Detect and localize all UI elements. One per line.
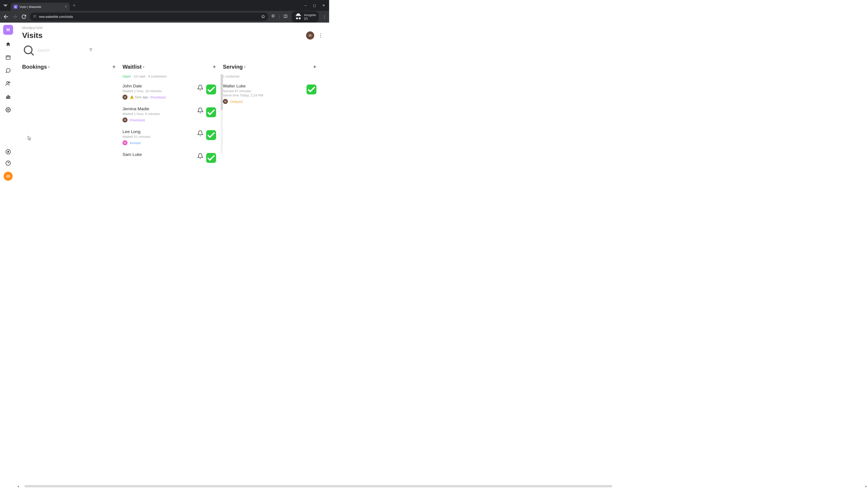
browser-tab-strip: w Visits | Waitwhile × + ─ ▢ ✕	[0, 0, 329, 11]
separator	[279, 14, 279, 19]
incognito-badge[interactable]: Incognito (2)	[291, 11, 319, 22]
search-box[interactable]	[22, 44, 86, 57]
wait-time: Waited 51 minutes	[123, 135, 194, 138]
wait-time: Waited 1 hour, 8 minutes	[123, 112, 194, 116]
serve-timestamp: Serve time Today, 2:24 PM	[223, 93, 303, 97]
tab-search-dropdown[interactable]	[0, 0, 11, 11]
chevron-right-icon: ›	[143, 64, 144, 69]
add-serving-button[interactable]: +	[313, 63, 316, 70]
forward-button[interactable]	[12, 13, 18, 20]
status-tag: Delayed	[230, 100, 243, 103]
svg-rect-9	[8, 95, 8, 98]
filter-icon[interactable]	[89, 48, 93, 53]
address-bar[interactable]: new.waitwhile.com/visits	[30, 13, 268, 21]
page-title: Visits	[22, 31, 42, 40]
status-tag: Prioritized	[130, 118, 145, 122]
serving-card[interactable]: Walter Luke Served 47 minutes · Serve ti…	[223, 81, 316, 108]
chat-icon[interactable]	[5, 68, 11, 73]
site-settings-icon[interactable]	[33, 15, 37, 19]
waitlist-card[interactable]: John Dale Waited 1 hour, 16 minutes M⚠️ …	[123, 81, 216, 104]
more-menu-icon[interactable]: ⋮	[318, 33, 323, 38]
add-booking-button[interactable]: +	[112, 63, 116, 70]
svg-rect-10	[9, 96, 10, 98]
customer-name: Sam Luke	[123, 152, 194, 157]
column-serving: Serving › + 1 customer Walter Luke Serve…	[223, 63, 323, 167]
notify-button[interactable]	[197, 107, 204, 113]
tab-title: Visits | Waitwhile	[20, 5, 63, 8]
user-avatar-bottom[interactable]: JD	[4, 172, 13, 181]
reload-button[interactable]	[21, 13, 27, 20]
bookings-header[interactable]: Bookings ›	[22, 64, 50, 70]
customer-name: Walter Luke	[223, 84, 303, 89]
resource-badge: M	[123, 118, 127, 123]
column-bookings: Bookings › +	[22, 63, 123, 167]
serve-button[interactable]	[206, 85, 216, 94]
time-ago: ⚠️ 51m ago	[130, 95, 148, 99]
svg-line-16	[31, 53, 34, 55]
customer-name: Jemina Madie	[123, 106, 194, 111]
analytics-icon[interactable]	[5, 94, 11, 99]
workspace-logo[interactable]: M	[3, 25, 13, 35]
serving-list: Walter Luke Served 47 minutes · Serve ti…	[223, 81, 316, 108]
settings-icon[interactable]	[5, 107, 11, 112]
close-window-button[interactable]: ✕	[322, 4, 325, 7]
notify-button[interactable]	[197, 130, 204, 136]
bookmark-icon[interactable]	[261, 14, 265, 19]
resource-badge: M	[123, 95, 127, 100]
waitlist-card[interactable]: Sam Luke	[123, 150, 216, 167]
svg-point-15	[24, 46, 32, 54]
sidepanel-icon[interactable]	[283, 14, 287, 19]
chevron-right-icon: ›	[244, 64, 246, 69]
serving-meta: 1 customer	[223, 74, 316, 78]
resource-badge: M	[123, 140, 127, 145]
workspace-name: Moodjoy7434	[22, 26, 323, 30]
waitlist-meta: Open · 1m wait · 4 customers	[123, 74, 216, 78]
svg-rect-2	[6, 56, 10, 59]
complete-button[interactable]	[307, 85, 316, 94]
status-tag: Prioritized	[151, 95, 166, 99]
url-text: new.waitwhile.com/visits	[39, 15, 73, 19]
user-avatar-top[interactable]: M	[306, 31, 314, 39]
svg-rect-8	[6, 97, 7, 98]
serve-button[interactable]	[206, 130, 216, 140]
serve-button[interactable]	[206, 153, 216, 163]
waitlist-header[interactable]: Waitlist ›	[123, 64, 144, 70]
notify-button[interactable]	[197, 153, 204, 159]
flash-icon[interactable]	[5, 149, 11, 155]
help-icon[interactable]	[5, 160, 11, 166]
customer-name: Lee Long	[123, 129, 194, 134]
back-button[interactable]	[3, 13, 9, 20]
column-waitlist: Waitlist › + Open · 1m wait · 4 customer…	[123, 63, 223, 167]
browser-tab-active[interactable]: w Visits | Waitwhile ×	[11, 3, 70, 11]
search-input[interactable]	[37, 48, 86, 53]
wait-time: Waited 1 hour, 16 minutes	[123, 89, 194, 93]
resource-badge: M	[223, 99, 228, 104]
notify-button[interactable]	[197, 85, 204, 91]
svg-point-6	[6, 82, 8, 84]
chrome-menu-icon[interactable]: ⋮	[323, 15, 327, 19]
users-icon[interactable]	[5, 81, 11, 86]
svg-point-7	[8, 82, 10, 83]
new-tab-button[interactable]: +	[73, 3, 75, 8]
waitlist-card[interactable]: Lee Long Waited 51 minutes MArrived	[123, 127, 216, 150]
sidebar: M JD	[0, 23, 16, 184]
browser-toolbar: new.waitwhile.com/visits Incognito (2) ⋮	[0, 11, 329, 23]
serving-header[interactable]: Serving ›	[223, 64, 246, 70]
status-tag: Arrived	[130, 141, 141, 145]
svg-rect-0	[284, 15, 287, 18]
extensions-icon[interactable]	[271, 14, 275, 19]
add-waitlist-button[interactable]: +	[213, 63, 216, 70]
home-icon[interactable]	[5, 41, 11, 47]
scrollbar-vertical[interactable]	[221, 74, 223, 153]
serve-button[interactable]	[206, 107, 216, 117]
minimize-button[interactable]: ─	[305, 4, 307, 7]
search-icon	[22, 44, 35, 57]
svg-point-11	[7, 109, 9, 110]
waitlist-card[interactable]: Jemina Madie Waited 1 hour, 8 minutes MP…	[123, 104, 216, 127]
waitlist-list: John Dale Waited 1 hour, 16 minutes M⚠️ …	[123, 81, 216, 167]
scroll-thumb[interactable]	[221, 74, 223, 110]
maximize-button[interactable]: ▢	[313, 4, 316, 7]
main-content: Moodjoy7434 Visits M ⋮ Bookings	[16, 23, 329, 184]
calendar-icon[interactable]	[5, 55, 11, 60]
close-icon[interactable]: ×	[65, 5, 67, 9]
